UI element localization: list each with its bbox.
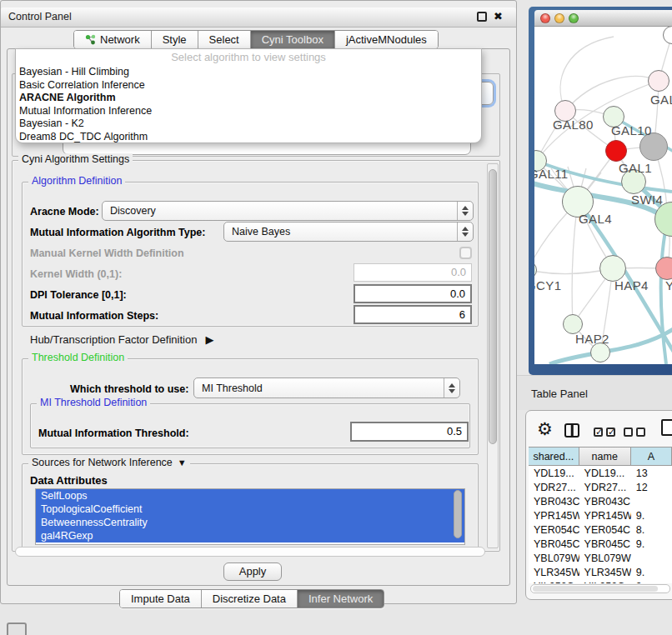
network-window-titlebar[interactable] xyxy=(534,10,672,27)
collapse-arrow-icon: ▼ xyxy=(178,458,187,468)
checked-box-icon xyxy=(594,428,603,437)
tab-jactivemnodules[interactable]: jActiveMNodules xyxy=(334,31,438,48)
new-table-icon[interactable] xyxy=(661,419,672,436)
mi-threshold-field[interactable]: 0.5 xyxy=(350,422,469,442)
algorithm-option-bayesian-k2[interactable]: Bayesian - K2 xyxy=(16,118,481,131)
tab-impute-data[interactable]: Impute Data xyxy=(120,590,201,608)
algorithm-option-bayesian-hill-climbing[interactable]: Bayesian - Hill Climbing xyxy=(16,66,481,79)
table-cell: YDR27... xyxy=(529,482,579,493)
tab-network[interactable]: Network xyxy=(74,31,151,48)
sources-title[interactable]: Sources for Network Inference▼ xyxy=(28,457,190,468)
mac-close-icon[interactable] xyxy=(540,13,550,23)
table-row[interactable]: YBR043CYBR043C xyxy=(529,494,672,508)
attribute-item-gal4rgexp[interactable]: gal4RGexp xyxy=(36,529,464,542)
column-header-a[interactable]: A xyxy=(631,447,672,465)
node-label-gal11: GAL11 xyxy=(534,167,569,181)
scrollbar-thumb[interactable] xyxy=(454,490,462,538)
tab-select[interactable]: Select xyxy=(198,31,250,48)
attribute-item-topologicalcoefficient[interactable]: TopologicalCoefficient xyxy=(36,502,464,516)
gear-icon[interactable]: ⚙ xyxy=(537,419,553,439)
node-label-gal10: GAL10 xyxy=(611,123,652,138)
apply-button[interactable]: Apply xyxy=(223,562,282,581)
tab-label: Network xyxy=(100,33,140,46)
select-all-columns-icon[interactable] xyxy=(594,428,615,437)
table-row[interactable]: YER054CYER054C8. xyxy=(529,522,672,537)
network-node[interactable] xyxy=(655,257,672,280)
mi-threshold-definition-title: MI Threshold Definition xyxy=(37,397,150,408)
mi-type-combobox[interactable]: Naive Bayes xyxy=(223,222,474,242)
network-node[interactable] xyxy=(648,70,669,92)
algorithm-option-dream8-dc-tdc-algorithm[interactable]: Dream8 DC_TDC Algorithm xyxy=(16,131,481,144)
algorithm-option-mutual-information-inference[interactable]: Mutual Information Inference xyxy=(16,105,481,118)
tab-style[interactable]: Style xyxy=(151,31,198,48)
table-row[interactable]: YLR345WYLR345W9. xyxy=(529,565,672,579)
tab-cyni-toolbox[interactable]: Cyni Toolbox xyxy=(250,31,334,48)
mi-steps-label: Mutual Information Steps: xyxy=(30,310,158,322)
aracne-mode-combobox[interactable]: Discovery xyxy=(102,201,474,221)
table-cell: 8. xyxy=(631,524,672,536)
table-cell: 9. xyxy=(631,510,672,522)
deselect-all-columns-icon[interactable] xyxy=(624,428,645,437)
scrollbar-thumb[interactable] xyxy=(489,169,497,444)
data-attributes-label: Data Attributes xyxy=(30,474,108,487)
float-window-icon[interactable] xyxy=(477,12,487,22)
dock-corner-icon[interactable] xyxy=(7,622,27,635)
algorithm-dropdown: Select algorithm to view settings Bayesi… xyxy=(15,48,482,143)
table-row[interactable]: YDR27...YDR27...12 xyxy=(529,480,672,494)
scrollbar-thumb[interactable] xyxy=(533,586,658,592)
kernel-width-field: 0.0 xyxy=(354,263,472,282)
column-header-shared[interactable]: shared... xyxy=(529,447,579,465)
network-canvas[interactable]: GALGAL80GAL10GAL1GAL11SWI4GAL4GCY1HAP4YH… xyxy=(534,27,672,364)
tab-label: Infer Network xyxy=(308,592,373,605)
which-threshold-label: Which threshold to use: xyxy=(70,383,188,395)
attribute-item-selfloops[interactable]: SelfLoops xyxy=(36,489,464,502)
node-label-hap2: HAP2 xyxy=(575,332,609,346)
tab-discretize-data[interactable]: Discretize Data xyxy=(201,590,297,608)
node-label-swi4: SWI4 xyxy=(631,192,663,207)
mac-zoom-icon[interactable] xyxy=(569,13,579,23)
table-row[interactable]: YDL19...YDL19...13 xyxy=(529,466,672,480)
table-row[interactable]: YPR145WYPR145W9. xyxy=(529,508,672,522)
checked-box-icon xyxy=(606,428,615,437)
tab-infer-network[interactable]: Infer Network xyxy=(297,590,384,608)
column-header-name[interactable]: name xyxy=(579,447,631,465)
algorithm-option-aracne-algorithm[interactable]: ARACNE Algorithm xyxy=(16,92,481,105)
combo-stepper-icon[interactable] xyxy=(457,222,473,241)
attributes-list-scrollbar[interactable] xyxy=(454,490,463,543)
node-label-gcy1: GCY1 xyxy=(534,278,561,292)
network-node[interactable] xyxy=(605,140,627,162)
data-attributes-list[interactable]: SelfLoopsTopologicalCoefficientBetweenne… xyxy=(35,488,465,545)
close-icon[interactable]: ✖ xyxy=(494,10,503,22)
dpi-tolerance-label: DPI Tolerance [0,1]: xyxy=(30,289,127,301)
node-label-gal80: GAL80 xyxy=(553,118,594,132)
node-label-gal4: GAL4 xyxy=(579,212,612,226)
mi-steps-field[interactable]: 6 xyxy=(354,305,472,324)
table-cell: YIL052C xyxy=(529,581,579,584)
mac-minimize-icon[interactable] xyxy=(554,13,564,23)
attribute-item-betweennesscentrality[interactable]: BetweennessCentrality xyxy=(36,516,464,529)
algorithm-option-basic-correlation-inference[interactable]: Basic Correlation Inference xyxy=(16,79,481,92)
unchecked-box-icon xyxy=(636,428,645,437)
table-cell: YER054C xyxy=(529,524,579,536)
dpi-tolerance-field[interactable]: 0.0 xyxy=(354,284,472,303)
table-horizontal-scrollbar[interactable] xyxy=(530,584,670,593)
aracne-mode-value: Discovery xyxy=(103,205,457,217)
settings-vertical-scrollbar[interactable] xyxy=(487,163,499,548)
network-tab-icon xyxy=(85,34,96,45)
table-row[interactable]: YBR045CYBR045C9. xyxy=(529,537,672,551)
which-threshold-combobox[interactable]: MI Threshold xyxy=(193,378,460,398)
control-panel-titlebar xyxy=(1,8,516,28)
settings-horizontal-scrollbar[interactable] xyxy=(15,547,485,557)
bottom-tabbar: Impute DataDiscretize DataInfer Network xyxy=(119,589,384,608)
tab-label: Select xyxy=(209,33,239,46)
table-row[interactable]: YIL052CYIL052C9 xyxy=(529,579,672,583)
columns-icon[interactable] xyxy=(564,423,579,438)
sources-title-text: Sources for Network Inference xyxy=(32,457,173,468)
aracne-mode-label: Aracne Mode: xyxy=(30,206,99,218)
table-row[interactable]: YBL079WYBL079W xyxy=(529,551,672,565)
tab-label: Impute Data xyxy=(131,592,190,605)
combo-stepper-icon[interactable] xyxy=(444,378,459,398)
combo-stepper-icon[interactable] xyxy=(457,202,473,220)
hub-definition-expander[interactable]: Hub/Transcription Factor Definition▶ xyxy=(30,333,213,346)
unchecked-box-icon xyxy=(624,428,633,437)
